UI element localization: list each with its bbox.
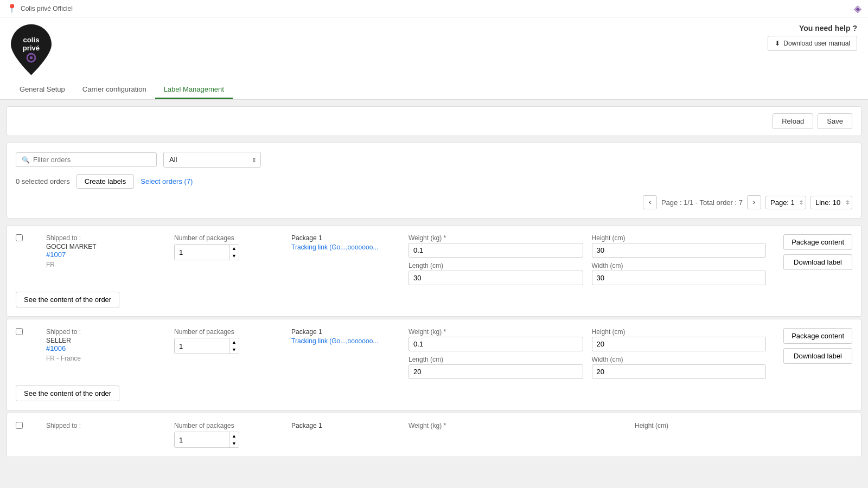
- page-select[interactable]: Page: 1: [765, 196, 806, 209]
- weight-input[interactable]: [409, 243, 583, 258]
- length-input[interactable]: [409, 364, 583, 379]
- height-field: Height (cm): [635, 422, 852, 431]
- header: colis privé You need help ? ⬇ Download u…: [0, 17, 868, 100]
- package1-col: Package 1 Tracking link (Go...,ooooooo..…: [291, 234, 400, 251]
- packages-spinners: ▲ ▼: [229, 245, 239, 260]
- order-checkbox[interactable]: [16, 328, 23, 335]
- shipped-to-value: GOCCI MARKET: [46, 243, 165, 251]
- order-checkbox[interactable]: [16, 234, 23, 241]
- help-section: You need help ? ⬇ Download user manual: [768, 24, 857, 51]
- height-input[interactable]: [592, 337, 767, 351]
- order-info-col: Shipped to : GOCCI MARKET #1007 FR: [46, 234, 165, 268]
- height-label: Height (cm): [592, 328, 767, 336]
- order-checkbox-col: [16, 422, 37, 431]
- height-label: Height (cm): [635, 422, 852, 429]
- height-input[interactable]: [592, 243, 767, 258]
- search-input[interactable]: [33, 156, 151, 164]
- reload-button[interactable]: Reload: [773, 113, 813, 129]
- tab-general-setup[interactable]: General Setup: [11, 81, 74, 99]
- packages-spinners: ▲ ▼: [229, 338, 239, 354]
- weight-input[interactable]: [409, 337, 583, 351]
- see-content-button[interactable]: See the content of the order: [16, 386, 119, 401]
- weight-field: Weight (kg) *: [409, 328, 583, 351]
- weight-field: Weight (kg) *: [409, 234, 583, 258]
- shipped-to-label: Shipped to :: [46, 328, 165, 336]
- packages-spin-up[interactable]: ▲: [229, 245, 239, 252]
- line-select[interactable]: Line: 10: [810, 196, 852, 209]
- orders-actions: 0 selected orders Create labels Select o…: [16, 174, 852, 189]
- download-label-button[interactable]: Download label: [783, 254, 852, 270]
- logo: colis privé: [11, 24, 52, 75]
- package-content-button[interactable]: Package content: [783, 328, 852, 344]
- svg-text:colis: colis: [23, 36, 40, 44]
- length-input[interactable]: [409, 271, 583, 285]
- download-manual-button[interactable]: ⬇ Download user manual: [768, 36, 857, 51]
- selected-count: 0 selected orders: [16, 177, 70, 185]
- select-orders-link[interactable]: Select orders (7): [141, 177, 193, 185]
- width-input[interactable]: [592, 271, 767, 285]
- packages-input[interactable]: [175, 245, 229, 260]
- download-icon: ⬇: [775, 40, 780, 47]
- toolbar: Reload Save: [7, 106, 861, 136]
- next-page-button[interactable]: ›: [747, 195, 761, 209]
- page-select-wrapper: Page: 1: [765, 196, 806, 209]
- packages-spin-up[interactable]: ▲: [229, 338, 239, 346]
- svg-text:privé: privé: [23, 44, 40, 52]
- packages-label: Number of packages: [174, 328, 274, 336]
- order-checkbox-col: [16, 328, 37, 337]
- weight-label: Weight (kg) *: [409, 422, 626, 429]
- orders-list: Shipped to : GOCCI MARKET #1007 FR Numbe…: [7, 225, 861, 457]
- save-button[interactable]: Save: [818, 113, 852, 129]
- order-footer: See the content of the order: [16, 292, 852, 307]
- weight-label: Weight (kg) *: [409, 234, 583, 242]
- see-content-button[interactable]: See the content of the order: [16, 292, 119, 307]
- create-labels-button[interactable]: Create labels: [76, 174, 135, 189]
- tracking-link[interactable]: Tracking link (Go...,ooooooo...: [291, 243, 378, 251]
- height-label: Height (cm): [592, 234, 767, 242]
- order-link[interactable]: #1007: [46, 251, 66, 259]
- packages-input[interactable]: [175, 432, 229, 447]
- tab-carrier-configuration[interactable]: Carrier configuration: [74, 81, 155, 99]
- order-card: Shipped to : SELLER #1006 FR - France Nu…: [7, 319, 861, 410]
- pin-icon: 📍: [7, 3, 17, 14]
- packages-spin-down[interactable]: ▼: [229, 440, 239, 447]
- length-label: Length (cm): [409, 262, 583, 269]
- height-field: Height (cm): [592, 328, 767, 351]
- packages-input-wrapper: ▲ ▼: [174, 338, 239, 354]
- download-label-button[interactable]: Download label: [783, 348, 852, 364]
- logo-container: colis privé: [11, 24, 52, 75]
- packages-input[interactable]: [175, 338, 229, 354]
- prev-page-button[interactable]: ‹: [643, 195, 657, 209]
- order-checkbox[interactable]: [16, 422, 23, 429]
- filter-select[interactable]: All: [163, 152, 261, 168]
- packages-input-wrapper: ▲ ▼: [174, 432, 239, 448]
- width-input[interactable]: [592, 364, 767, 379]
- packages-spinners: ▲ ▼: [229, 432, 239, 447]
- packages-spin-down[interactable]: ▼: [229, 346, 239, 354]
- packages-label: Number of packages: [174, 422, 274, 429]
- tracking-link[interactable]: Tracking link (Go...,ooooooo...: [291, 337, 378, 345]
- width-field: Width (cm): [592, 262, 767, 285]
- weight-label: Weight (kg) *: [409, 328, 583, 336]
- top-bar-icon: ◈: [854, 3, 861, 15]
- app-title: Colis privé Officiel: [21, 5, 73, 12]
- filter-select-wrapper: All: [163, 152, 261, 168]
- package1-col: Package 1: [291, 422, 400, 431]
- weight-field: Weight (kg) *: [409, 422, 626, 431]
- package1-label: Package 1: [291, 328, 391, 336]
- pagination-info: Page : 1/1 - Total order : 7: [661, 198, 743, 207]
- order-info-col: Shipped to :: [46, 422, 165, 431]
- package1-label: Package 1: [291, 234, 391, 242]
- search-icon: 🔍: [22, 156, 30, 164]
- height-field: Height (cm): [592, 234, 767, 258]
- line-select-wrapper: Line: 10: [810, 196, 852, 209]
- packages-spin-up[interactable]: ▲: [229, 432, 239, 440]
- tab-label-management[interactable]: Label Management: [155, 81, 233, 99]
- packages-spin-down[interactable]: ▼: [229, 252, 239, 260]
- package-content-button[interactable]: Package content: [783, 234, 852, 250]
- order-link[interactable]: #1006: [46, 344, 66, 352]
- order-actions-col: Package content Download label: [783, 328, 852, 364]
- package1-col: Package 1 Tracking link (Go...,ooooooo..…: [291, 328, 400, 345]
- order-checkbox-col: [16, 234, 37, 243]
- order-actions-col: Package content Download label: [783, 234, 852, 270]
